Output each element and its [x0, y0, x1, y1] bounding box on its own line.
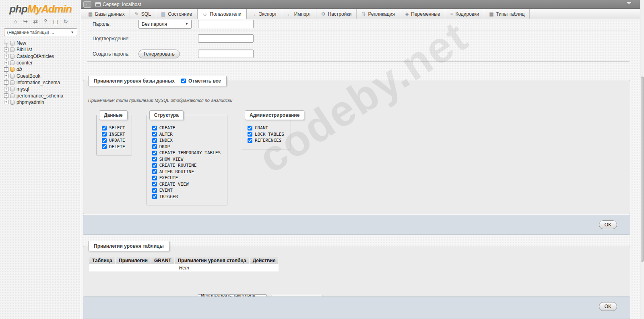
server-header-bar: ← Сервер: localhost ⌃ [81, 0, 640, 9]
generate-password-button[interactable]: Генерировать [138, 50, 180, 58]
reload-navigation-icon[interactable]: ↻ [62, 18, 69, 25]
privilege-label: ALTER [159, 132, 173, 137]
tab-bar: ▤ Базы данных ✎ SQL ▥ Состояние ☺ Пользо… [81, 9, 640, 19]
tab-0[interactable]: ▤ Базы данных [83, 9, 130, 19]
table-priv-header-row: ТаблицаПривилегииGRANTПривилегии уровня … [89, 257, 279, 264]
privilege-item: CREATE ROUTINE [152, 162, 221, 169]
table-privileges-legend: Привилегии уровня таблицы [88, 241, 169, 251]
privilege-checkbox[interactable] [152, 176, 157, 180]
expand-icon[interactable]: + [4, 54, 8, 58]
password-input[interactable] [198, 20, 254, 28]
tree-item-BiblList[interactable]: + BiblList [0, 46, 81, 53]
check-all-checkbox[interactable] [181, 79, 186, 83]
privilege-checkbox[interactable] [248, 126, 252, 130]
expand-icon[interactable]: + [4, 48, 8, 52]
status-icon: ▥ [161, 11, 165, 17]
confirm-password-input[interactable] [198, 34, 254, 43]
tab-label: Репликация [368, 11, 395, 17]
tab-3[interactable]: ☺ Пользователи [197, 9, 247, 19]
privilege-checkbox[interactable] [152, 144, 157, 149]
tab-2[interactable]: ▥ Состояние [156, 9, 197, 19]
scrollbar-thumb[interactable] [641, 77, 644, 262]
generated-password-input[interactable] [198, 50, 254, 58]
table-privileges-footer: OK [83, 296, 630, 319]
privilege-item: GRANT [248, 125, 284, 131]
empty-table-cell: Нет [89, 264, 279, 271]
tree-item-phpmyadmin[interactable]: + phpmyadmin [0, 99, 81, 106]
tab-8[interactable]: ◈ Переменные [400, 9, 445, 19]
privilege-checkbox[interactable] [152, 182, 157, 186]
privilege-checkbox[interactable] [248, 138, 252, 143]
group-items: SELECT INSERT UPDATE DELETE [102, 125, 125, 150]
privilege-checkbox[interactable] [152, 132, 157, 137]
privilege-checkbox[interactable] [152, 163, 157, 168]
logo-php-text: php [9, 3, 27, 15]
sidebar-toolbar: ⌂↪⇄?▢↻ [0, 18, 81, 25]
privilege-checkbox[interactable] [102, 132, 107, 137]
replication-icon: ⇅ [361, 11, 365, 17]
engines-icon: ▦ [489, 11, 493, 17]
tab-10[interactable]: ▦ Типы таблиц [484, 9, 530, 19]
expand-icon[interactable]: + [4, 87, 8, 91]
expand-icon[interactable]: + [4, 93, 8, 98]
privilege-checkbox[interactable] [152, 169, 157, 174]
vertical-scrollbar[interactable] [640, 0, 644, 319]
privilege-checkbox[interactable] [152, 126, 157, 130]
tree-item-New[interactable]: New [0, 40, 81, 46]
privilege-checkbox[interactable] [248, 132, 252, 137]
logout-icon[interactable]: ↪ [22, 18, 29, 25]
tab-4[interactable]: → Экспорт [247, 9, 282, 19]
privilege-checkbox[interactable] [102, 126, 107, 130]
password-type-select[interactable]: Без пароля ▼ [138, 20, 192, 29]
privilege-checkbox[interactable] [152, 188, 157, 193]
tree-item-mysql[interactable]: + mysql [0, 86, 81, 92]
tab-6[interactable]: ⚙ Настройки [316, 9, 357, 19]
tree-item-counter[interactable]: + counter [0, 60, 81, 66]
privilege-checkbox[interactable] [102, 138, 107, 143]
tab-1[interactable]: ✎ SQL [130, 9, 156, 19]
privilege-checkbox[interactable] [102, 144, 107, 149]
privilege-checkbox[interactable] [152, 194, 157, 199]
tree-item-label: BiblList [17, 47, 32, 52]
expand-icon[interactable]: + [4, 100, 8, 104]
scroll-to-top-icon[interactable]: ⌃ [627, 2, 631, 7]
generate-label: Создать пароль: [93, 51, 138, 57]
expand-icon[interactable]: + [4, 61, 8, 65]
expand-icon[interactable]: + [4, 74, 8, 78]
tree-item-label: New [17, 40, 26, 46]
tree-item-performance_schema[interactable]: + performance_schema [0, 92, 81, 99]
tab-label: Переменные [411, 11, 440, 17]
pma-docs-icon[interactable]: ⇄ [32, 18, 39, 25]
collapse-navigation-button[interactable]: ← [83, 1, 91, 8]
expand-icon[interactable]: + [4, 67, 8, 72]
help-icon[interactable]: ? [42, 18, 49, 25]
tree-item-db[interactable]: + db [0, 66, 81, 72]
tab-9[interactable]: ≡ Кодировки [445, 9, 484, 19]
tree-item-GuestBook[interactable]: + GuestBook [0, 72, 81, 79]
mysql-docs-icon[interactable]: ▢ [52, 18, 59, 25]
tree-item-information_schema[interactable]: + information_schema [0, 79, 81, 86]
group-items: CREATE ALTER INDEX DROP CREATE TEMPORARY… [152, 125, 221, 200]
tree-item-CatalogOfArticles[interactable]: + CatalogOfArticles [0, 53, 81, 60]
table-privileges-ok-button[interactable]: OK [599, 302, 617, 311]
chevron-down-icon: ▼ [71, 31, 74, 34]
password-form: Пароль: Без пароля ▼ Подтверждение: Созд… [87, 19, 630, 62]
recent-tables-select[interactable]: (Недавние таблицы) ... ▼ [4, 28, 77, 36]
tab-5[interactable]: ← Импорт [282, 9, 316, 19]
expand-icon[interactable]: + [4, 80, 8, 85]
tab-label: Пользователи [210, 11, 241, 17]
home-icon[interactable]: ⌂ [12, 18, 19, 25]
privilege-checkbox[interactable] [152, 138, 157, 143]
tab-7[interactable]: ⇅ Репликация [357, 9, 400, 19]
chevron-down-icon: ▼ [185, 22, 188, 26]
table-privileges-title: Привилегии уровня таблицы [94, 243, 164, 249]
database-icon [10, 54, 14, 59]
db-privileges-ok-button[interactable]: OK [599, 220, 617, 229]
privilege-item: TRIGGER [152, 194, 221, 200]
privilege-checkbox[interactable] [152, 157, 157, 162]
privilege-checkbox[interactable] [152, 151, 157, 155]
db-privileges-legend: Привилегии уровня базы данных Отметить в… [88, 76, 227, 86]
privilege-item: UPDATE [102, 137, 125, 144]
group-items: GRANT LOCK TABLES REFERENCES [248, 125, 284, 144]
privilege-item: DROP [152, 144, 221, 150]
